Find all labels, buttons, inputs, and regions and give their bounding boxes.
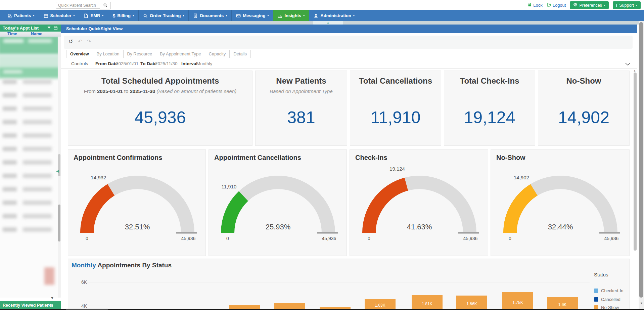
nav-item-insights[interactable]: Insights ▾ [273, 10, 309, 21]
preferences-label: Preferences [579, 3, 602, 8]
sidebar-scrollbar-thumb[interactable] [58, 205, 60, 241]
person-icon [314, 13, 318, 18]
interval-label: Interval [181, 61, 197, 66]
gauge-chart[interactable]: 14,932 32.51% 0 45,936 [77, 166, 198, 247]
tab-overview[interactable]: Overview [66, 50, 93, 58]
kpi-card-3: Total Check-Ins 19,124 [444, 71, 535, 146]
logout-label: Logout [553, 3, 566, 8]
dashboard-scroll-up-icon[interactable]: ▲ [633, 69, 636, 72]
filter-icon[interactable] [47, 26, 51, 31]
kpi-title: Total Cancellations [350, 76, 441, 86]
support-button[interactable]: i Support ▾ [613, 1, 641, 9]
kpi-title: Total Scheduled Appointments [68, 76, 252, 86]
chevron-down-icon: ▾ [102, 14, 103, 17]
dashboard-scrollbar-thumb[interactable] [634, 73, 637, 251]
tab-by-resource[interactable]: By Resource [124, 50, 156, 58]
appointment-list-redacted [0, 37, 58, 298]
legend-item-checked-in[interactable]: Checked-In [594, 288, 623, 293]
nav-item-billing[interactable]: $Billing ▾ [108, 10, 139, 21]
chevron-down-icon: ▾ [33, 14, 35, 17]
page-scrollbar-thumb[interactable] [639, 22, 643, 298]
quicksight-view-header: Scheduler QuickSight View [61, 25, 637, 33]
legend-item-cancelled[interactable]: Cancelled [594, 297, 620, 302]
svg-text:0: 0 [86, 236, 88, 241]
preferences-button[interactable]: Preferences ▾ [570, 1, 608, 9]
tab-capacity[interactable]: Capacity [205, 50, 230, 58]
chart-title: Monthly Appointments By Status [72, 262, 172, 269]
y-axis-tick-4k: 4K [74, 303, 87, 309]
tab-by-location[interactable]: By Location [93, 50, 124, 58]
gauge-chart[interactable]: 14,902 32.44% 0 45,936 [500, 166, 621, 247]
todays-appt-list-title: Today's Appt List [3, 26, 39, 31]
svg-text:32.44%: 32.44% [548, 223, 573, 231]
chevron-down-icon: ▾ [303, 14, 305, 17]
page-icon [84, 13, 88, 18]
collapse-sidebar-arrow[interactable]: ◀ [56, 169, 59, 173]
nav-item-order-tracking[interactable]: Order Tracking ▾ [139, 10, 189, 21]
column-header-time: Time [7, 32, 17, 36]
legend-swatch-icon [594, 297, 598, 302]
kpi-value: 11,910 [350, 106, 441, 129]
undo-icon[interactable]: ↶ [78, 38, 82, 45]
controls-collapse-chevron[interactable] [625, 61, 630, 67]
page-scroll-down-icon[interactable]: ▼ [640, 302, 643, 305]
controls-row: Controls From Date 2025/01/01 To Date 20… [61, 59, 637, 69]
tab-details[interactable]: Details [230, 50, 251, 58]
nav-item-label: Patients [14, 13, 31, 18]
chevron-down-icon: ▾ [73, 14, 75, 17]
nav-item-documents[interactable]: Documents ▾ [189, 10, 232, 21]
controls-divider [61, 69, 637, 69]
interval-value[interactable]: Monthly [196, 61, 212, 66]
nav-item-label: Order Tracking [150, 13, 181, 18]
gauge-card-0: Appointment Confirmations 14,932 32.51% … [68, 149, 206, 256]
search-button[interactable] [100, 2, 111, 9]
reset-icon[interactable]: ↺ [68, 38, 73, 45]
from-date-value[interactable]: 2025/01/01 [116, 61, 139, 66]
application-window: Lock Logout [0, 0, 644, 310]
recently-viewed-patients-bar[interactable]: Recently Viewed Patients ▲ [0, 301, 61, 309]
tab-by-appointment-type[interactable]: By Appointment Type [156, 50, 205, 58]
nav-item-label: Billing [117, 13, 131, 18]
chevron-down-icon: ▾ [604, 4, 605, 7]
envelope-icon [236, 13, 241, 18]
controls-label: Controls [71, 61, 88, 66]
collapse-panel-handle[interactable]: ▲ [313, 21, 343, 25]
from-date-label: From Date [95, 61, 118, 66]
nav-item-label: Messaging [243, 13, 265, 18]
gridline-6k [87, 282, 590, 282]
kpi-card-0: Total Scheduled AppointmentsFrom 2025-01… [68, 71, 252, 146]
legend-title: Status [594, 272, 608, 277]
nav-item-administration[interactable]: Administration ▾ [309, 10, 359, 21]
gauge-title: Appointment Confirmations [74, 154, 162, 162]
redo-icon[interactable]: ↷ [87, 38, 91, 45]
kpi-value: 45,936 [68, 106, 252, 129]
chevron-down-icon: ▾ [353, 14, 355, 17]
top-utility-bar: Lock Logout [0, 0, 644, 10]
gauge-chart[interactable]: 19,124 41.63% 0 45,936 [359, 166, 480, 247]
appt-list-scroll-down-icon[interactable]: ▼ [50, 296, 54, 300]
kpi-value: 19,124 [444, 106, 535, 129]
barchart-icon [278, 13, 282, 18]
lock-button[interactable]: Lock [527, 2, 542, 8]
document-icon [193, 13, 198, 18]
nav-item-emr[interactable]: EMR ▾ [79, 10, 108, 21]
svg-text:14,932: 14,932 [91, 175, 106, 180]
chevron-down-icon: ▾ [226, 14, 227, 17]
nav-item-scheduler[interactable]: Scheduler ▾ [39, 10, 80, 21]
chevron-down-icon: ▾ [636, 4, 637, 7]
gauge-title: Appointment Cancellations [214, 154, 301, 162]
logout-button[interactable]: Logout [547, 2, 566, 8]
nav-item-patients[interactable]: Patients ▾ [3, 10, 39, 21]
svg-text:45,936: 45,936 [322, 236, 336, 241]
nav-item-messaging[interactable]: Messaging ▾ [232, 10, 273, 21]
main-nav-bar: Patients ▾ Scheduler ▾ EMR ▾ $Billing ▾ … [0, 10, 644, 21]
to-date-value[interactable]: 2025/11/30 [155, 61, 178, 66]
appointments-by-status-chart-card: Monthly Appointments By Status 6K 4K 1.6… [68, 259, 630, 310]
to-date-label: To Date [140, 61, 157, 66]
svg-text:0: 0 [509, 236, 511, 241]
appt-list-column-headers: Time Name [0, 32, 61, 37]
calendar-icon[interactable] [53, 26, 58, 31]
search-input[interactable] [56, 2, 101, 9]
gauge-chart[interactable]: 11,910 25.93% 0 45,936 [218, 166, 338, 247]
bar-value-label: 1.66K [456, 302, 487, 306]
